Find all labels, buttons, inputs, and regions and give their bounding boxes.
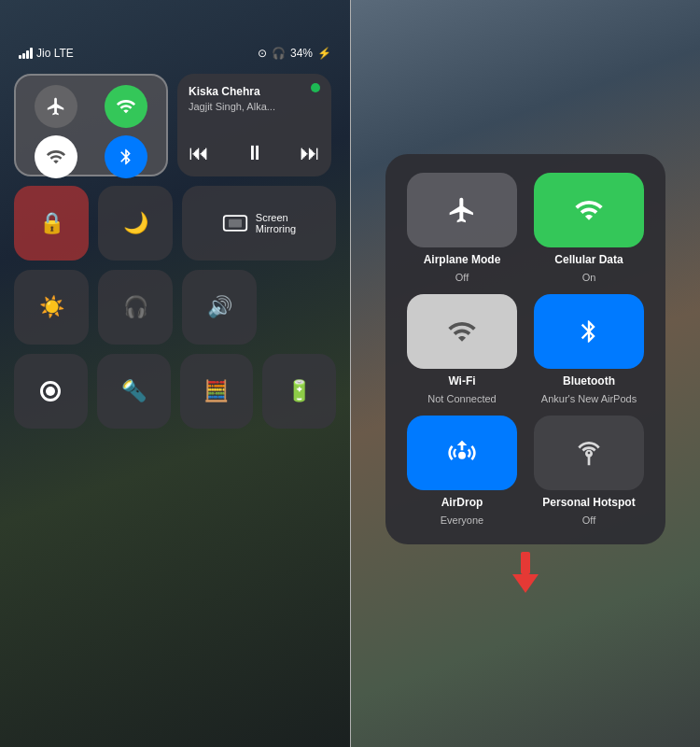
svg-point-2 [458, 452, 466, 459]
prev-btn[interactable]: ⏮ [189, 141, 209, 165]
cellular-sublabel: On [582, 272, 596, 283]
battery-charging-icon: ⚡ [317, 47, 331, 60]
wifi-label: Wi-Fi [448, 374, 475, 388]
airplane-mode-exp-btn[interactable] [407, 173, 517, 247]
hotspot-container: Personal Hotspot Off [531, 416, 647, 526]
battery-icon: 🔋 [287, 379, 312, 403]
media-info: Kiska Chehra Jagjit Singh, Alka... [189, 85, 320, 113]
cellular-label: Cellular Data [554, 253, 623, 266]
cellular-btn[interactable] [105, 85, 147, 128]
play-pause-btn[interactable]: ⏸ [245, 141, 265, 165]
status-left: Jio LTE [19, 47, 74, 60]
arrow-head [512, 574, 539, 593]
carrier-label: Jio LTE [36, 47, 74, 60]
airplane-mode-container: Airplane Mode Off [404, 173, 520, 283]
svg-rect-1 [229, 219, 242, 228]
airpods-tile[interactable]: 🎧 [98, 270, 173, 345]
network-tile-grid [25, 85, 157, 165]
cellular-container: Cellular Data On [531, 173, 647, 283]
lock-icon: 🔒 [39, 211, 64, 235]
exp-row-2: Wi-Fi Not Connected Bluetooth Ankur's Ne… [404, 294, 647, 404]
media-tile[interactable]: Kiska Chehra Jagjit Singh, Alka... ⏮ ⏸ ⏭ [177, 74, 331, 176]
wifi-exp-btn[interactable] [407, 294, 517, 369]
battery-percent: 34% [290, 47, 313, 60]
left-panel: Jio LTE ⊙ 🎧 34% ⚡ [0, 0, 350, 747]
top-row: Kiska Chehra Jagjit Singh, Alka... ⏮ ⏸ ⏭ [14, 74, 336, 176]
wifi-container: Wi-Fi Not Connected [404, 294, 520, 404]
signal-bar-2 [22, 53, 25, 59]
bluetooth-label: Bluetooth [563, 374, 615, 388]
bluetooth-container: Bluetooth Ankur's New AirPods [531, 294, 647, 404]
airdrop-sublabel: Everyone [441, 514, 483, 526]
screen-mirror-label: ScreenMirroring [256, 212, 296, 234]
wifi-sublabel: Not Connected [427, 393, 496, 404]
screen-record-tile[interactable] [14, 354, 88, 429]
brightness-tile[interactable]: ☀️ [14, 270, 89, 345]
exp-row-1: Airplane Mode Off Cellular Data On [404, 173, 647, 283]
airplane-sublabel: Off [455, 272, 469, 283]
arrow-container [512, 552, 539, 593]
bluetooth-sublabel: Ankur's New AirPods [541, 393, 637, 404]
right-panel: Airplane Mode Off Cellular Data On [351, 0, 700, 747]
cellular-exp-btn[interactable] [534, 173, 644, 247]
airdrop-label: AirDrop [441, 496, 483, 509]
wifi-btn-left[interactable] [35, 135, 77, 178]
third-row: ☀️ 🎧 🔊 [14, 270, 336, 345]
exp-row-3: AirDrop Everyone Personal Hotspot Off [404, 416, 647, 526]
sync-icon: ⊙ [258, 47, 267, 60]
next-btn[interactable]: ⏭ [300, 141, 320, 165]
fourth-row: 🔦 🧮 🔋 [14, 354, 336, 429]
red-arrow-group [512, 552, 539, 593]
flashlight-tile[interactable]: 🔦 [97, 354, 171, 429]
spotify-dot [311, 83, 320, 92]
battery-tile[interactable]: 🔋 [262, 354, 336, 429]
airdrop-container: AirDrop Everyone [404, 416, 520, 526]
airplane-label: Airplane Mode [424, 253, 501, 266]
hotspot-exp-btn[interactable] [534, 416, 644, 490]
record-icon [40, 381, 61, 402]
status-bar: Jio LTE ⊙ 🎧 34% ⚡ [14, 47, 336, 60]
arrow-stem [521, 552, 530, 574]
volume-icon: 🔊 [207, 295, 232, 319]
airplane-mode-btn[interactable] [35, 85, 77, 128]
headphone-icon: 🎧 [272, 47, 286, 60]
calculator-icon: 🧮 [203, 379, 229, 403]
hotspot-sublabel: Off [582, 514, 595, 526]
screen-mirror-tile[interactable]: ScreenMirroring [182, 186, 336, 261]
volume-tile[interactable]: 🔊 [182, 270, 257, 345]
bluetooth-btn-left[interactable] [105, 135, 147, 178]
do-not-disturb-tile[interactable]: 🌙 [98, 186, 173, 261]
moon-icon: 🌙 [123, 211, 148, 235]
airdrop-exp-btn[interactable] [407, 416, 517, 490]
expanded-control-center: Airplane Mode Off Cellular Data On [385, 154, 665, 544]
brightness-icon: ☀️ [39, 295, 64, 319]
song-title: Kiska Chehra [189, 85, 320, 100]
calculator-tile[interactable]: 🧮 [180, 354, 254, 429]
flashlight-icon: 🔦 [121, 379, 147, 403]
hotspot-label: Personal Hotspot [542, 496, 635, 509]
bluetooth-exp-btn[interactable] [534, 294, 644, 369]
signal-bar-4 [30, 48, 33, 59]
network-tile[interactable] [14, 74, 168, 176]
signal-bar-3 [26, 50, 29, 59]
signal-bar-1 [19, 55, 21, 59]
rotation-lock-tile[interactable]: 🔒 [14, 186, 89, 261]
media-controls: ⏮ ⏸ ⏭ [189, 141, 320, 165]
right-content: Airplane Mode Off Cellular Data On [385, 154, 665, 593]
second-row: 🔒 🌙 ScreenMirroring [14, 186, 336, 261]
status-right: ⊙ 🎧 34% ⚡ [258, 47, 331, 60]
song-artist: Jagjit Singh, Alka... [189, 100, 320, 113]
airpods-icon: 🎧 [123, 295, 148, 319]
signal-bars [19, 48, 33, 59]
